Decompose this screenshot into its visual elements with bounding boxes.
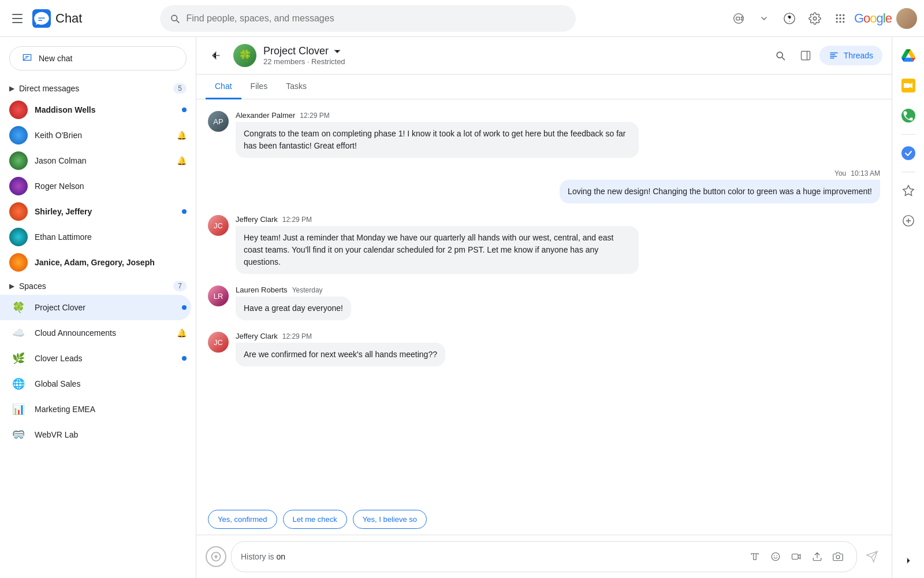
topbar: Chat — [0, 0, 924, 37]
quick-reply-believe[interactable]: Yes, I believe so — [353, 510, 427, 529]
message-content: Jeffery Clark 12:29 PM Are we confirmed … — [236, 332, 445, 366]
star-icon — [902, 184, 915, 197]
user-avatar[interactable] — [896, 8, 917, 29]
new-chat-button[interactable]: New chat — [9, 46, 187, 71]
add-attachment-button[interactable] — [206, 546, 226, 567]
message-bubble-self: Loving the new design! Changing the butt… — [560, 180, 880, 203]
unread-badge — [182, 305, 187, 310]
space-avatar: 🍀 — [233, 44, 256, 67]
expand-rail-button[interactable] — [898, 550, 919, 571]
message-bubble: Have a great day everyone! — [236, 297, 351, 320]
message-row: JC Jeffery Clark 12:29 PM Hey team! Just… — [208, 215, 880, 274]
video-message-icon — [791, 551, 802, 562]
plus-circle-icon — [902, 214, 915, 227]
quick-reply-check[interactable]: Let me check — [283, 510, 347, 529]
send-button[interactable] — [862, 546, 882, 567]
message-meta-self: You 10:13 AM — [560, 169, 880, 177]
dm-item-jason[interactable]: Jason Colman 🔔 — [0, 148, 191, 173]
spaces-header[interactable]: ▶ Spaces 7 — [0, 277, 191, 295]
search-messages-button[interactable] — [769, 44, 792, 67]
google-drive-button[interactable] — [897, 44, 920, 67]
chevron-right-icon: ▶ — [9, 282, 14, 290]
video-message-button[interactable] — [787, 547, 806, 566]
chat-title[interactable]: Project Clover — [263, 45, 762, 57]
bell-icon: 🔔 — [177, 156, 187, 165]
search-icon — [169, 13, 180, 24]
space-icon-clover: 🍀 — [9, 298, 28, 317]
tasks-rail-button[interactable] — [897, 142, 920, 165]
svg-point-3 — [813, 17, 817, 20]
dm-item-roger[interactable]: Roger Nelson — [0, 173, 191, 199]
svg-point-4 — [836, 14, 837, 16]
chat-meta: 22 members · Restricted — [263, 57, 762, 66]
app-title: Chat — [55, 11, 82, 26]
tab-files[interactable]: Files — [241, 75, 277, 99]
add-integration-button[interactable] — [897, 209, 920, 232]
phone-button[interactable] — [897, 104, 920, 127]
dm-item-madison[interactable]: Maddison Wells — [0, 97, 191, 123]
space-item-project-clover[interactable]: 🍀 Project Clover — [0, 295, 191, 320]
bell-icon: 🔔 — [177, 131, 187, 140]
panel-button[interactable] — [794, 44, 817, 67]
phone-icon — [901, 109, 915, 123]
avatar-alexander: AP — [208, 111, 229, 132]
apps-button[interactable] — [829, 7, 852, 30]
message-input[interactable]: History is on — [231, 541, 857, 572]
space-item-marketing[interactable]: 📊 Marketing EMEA — [0, 397, 191, 422]
tab-tasks[interactable]: Tasks — [277, 75, 316, 99]
threads-button[interactable]: Threads — [819, 46, 882, 65]
avatar-roger — [9, 177, 28, 195]
quick-reply-confirmed[interactable]: Yes, confirmed — [208, 510, 277, 529]
chevron-down-icon — [332, 46, 342, 57]
dm-item-group[interactable]: Janice, Adam, Gregory, Joseph — [0, 250, 191, 275]
space-item-webvr[interactable]: 🥽 WebVR Lab — [0, 422, 191, 447]
avatar-keith — [9, 126, 28, 144]
avatar-image — [896, 8, 917, 29]
svg-point-7 — [836, 17, 837, 19]
tab-chat[interactable]: Chat — [206, 75, 241, 99]
dropdown-button[interactable] — [752, 7, 776, 30]
avatar-group — [9, 253, 28, 272]
topbar-actions: Google — [727, 7, 917, 30]
search-box[interactable] — [160, 5, 576, 32]
input-tools — [746, 547, 847, 566]
space-item-global-sales[interactable]: 🌐 Global Sales — [0, 371, 191, 397]
message-bubble: Congrats to the team on completing phase… — [236, 122, 639, 158]
message-meta: Alexander Palmer 12:29 PM — [236, 111, 639, 120]
space-item-cloud[interactable]: ☁️ Cloud Announcements 🔔 — [0, 320, 191, 346]
svg-point-5 — [839, 14, 841, 16]
google-logo: Google — [854, 11, 892, 26]
settings-button[interactable] — [803, 7, 826, 30]
dm-item-shirley[interactable]: Shirley, Jeffery — [0, 199, 191, 224]
svg-point-15 — [772, 553, 780, 561]
direct-messages-header[interactable]: ▶ Direct messages 5 — [0, 80, 191, 97]
menu-button[interactable] — [7, 8, 28, 29]
favorites-button[interactable] — [897, 179, 920, 202]
space-item-clover-leads[interactable]: 🌿 Clover Leads — [0, 346, 191, 371]
dm-item-ethan[interactable]: Ethan Lattimore — [0, 224, 191, 250]
upload-icon — [812, 551, 822, 562]
camera-button[interactable] — [829, 547, 847, 566]
help-button[interactable] — [778, 7, 801, 30]
gear-icon — [808, 12, 821, 25]
back-button[interactable] — [206, 45, 226, 66]
svg-rect-13 — [801, 51, 810, 60]
rail-divider — [901, 134, 915, 135]
dm-item-keith[interactable]: Keith O'Brien 🔔 — [0, 123, 191, 148]
avatar-jeffery2: JC — [208, 332, 229, 353]
google-meet-button[interactable] — [897, 74, 920, 97]
input-area: History is on — [196, 535, 892, 578]
format-text-button[interactable] — [746, 547, 764, 566]
chat-area: 🍀 Project Clover 22 members · Restricted — [196, 37, 892, 578]
new-chat-icon — [21, 53, 33, 64]
svg-point-6 — [843, 14, 844, 16]
search-input[interactable] — [186, 13, 567, 24]
avatar-ethan — [9, 228, 28, 246]
upload-button[interactable] — [808, 547, 826, 566]
video-call-button[interactable] — [727, 7, 750, 30]
messages-area: AP Alexander Palmer 12:29 PM Congrats to… — [196, 99, 892, 510]
emoji-button[interactable] — [766, 547, 785, 566]
threads-icon — [829, 50, 839, 61]
message-meta: Jeffery Clark 12:29 PM — [236, 215, 639, 224]
format-text-icon — [750, 551, 760, 562]
